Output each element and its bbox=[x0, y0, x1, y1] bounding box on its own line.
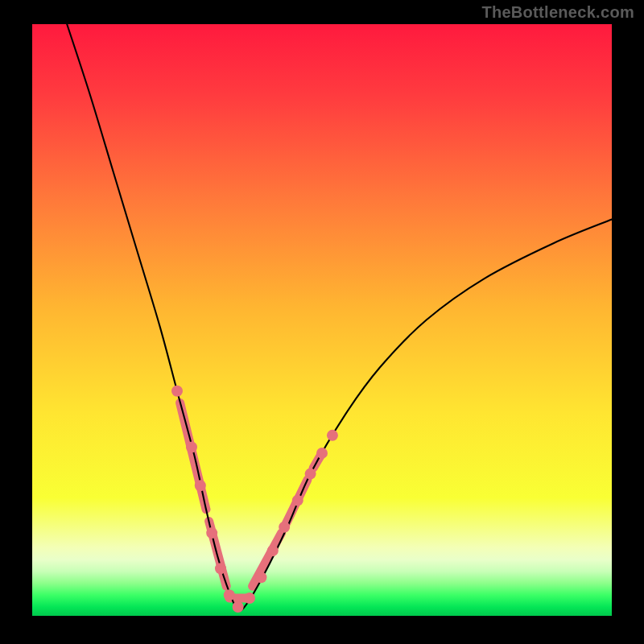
marker-dot bbox=[244, 592, 255, 604]
marker-dot bbox=[279, 522, 290, 533]
plot-background bbox=[32, 24, 612, 616]
marker-dot bbox=[267, 545, 279, 556]
marker-dot bbox=[316, 448, 328, 459]
bottleneck-chart bbox=[0, 0, 644, 644]
marker-dot bbox=[305, 469, 316, 480]
marker-dot bbox=[195, 480, 206, 491]
marker-dot bbox=[215, 563, 226, 574]
chart-stage: TheBottleneck.com bbox=[0, 0, 644, 644]
marker-dot bbox=[224, 589, 235, 601]
marker-dot bbox=[292, 495, 303, 506]
watermark-text: TheBottleneck.com bbox=[481, 3, 634, 22]
marker-dot bbox=[206, 527, 217, 539]
marker-dot bbox=[327, 430, 338, 441]
marker-dot bbox=[186, 442, 197, 453]
marker-dot bbox=[255, 572, 266, 583]
marker-dot bbox=[171, 386, 183, 397]
marker-dot bbox=[233, 601, 244, 613]
